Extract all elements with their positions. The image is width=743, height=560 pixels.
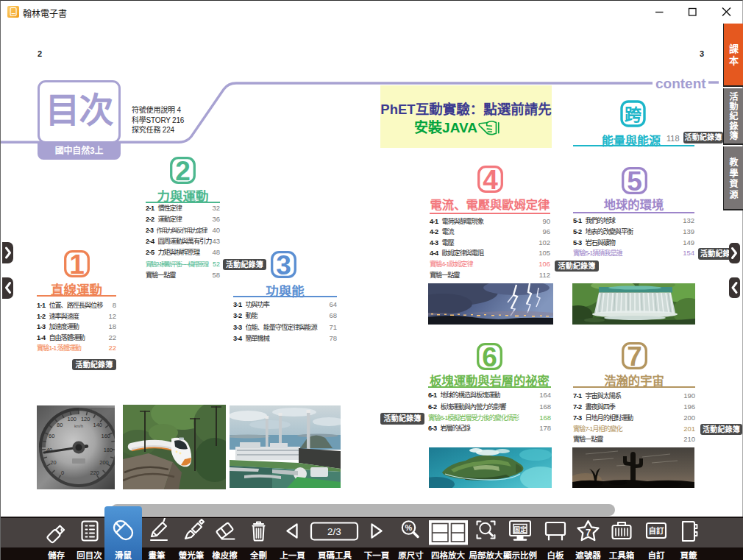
- svg-text:固定: 固定: [513, 525, 527, 534]
- svg-text:220: 220: [90, 469, 100, 476]
- svg-text:跨: 跨: [625, 105, 642, 124]
- svg-text:120: 120: [81, 416, 90, 422]
- svg-text:140: 140: [93, 422, 103, 428]
- svg-text:160: 160: [102, 433, 111, 439]
- svg-text:7: 7: [586, 527, 591, 538]
- svg-text:60: 60: [49, 433, 54, 439]
- svg-text:自訂: 自訂: [649, 526, 664, 535]
- svg-text:100: 100: [68, 416, 77, 422]
- svg-text:5: 5: [627, 167, 642, 194]
- svg-text:7: 7: [627, 342, 642, 369]
- svg-text:20: 20: [50, 459, 56, 466]
- svg-text:2: 2: [175, 157, 191, 184]
- svg-text:0: 0: [61, 469, 64, 476]
- svg-text:4: 4: [483, 166, 498, 193]
- svg-text:%: %: [405, 523, 413, 532]
- svg-text:180: 180: [104, 447, 113, 453]
- svg-text:2/3: 2/3: [327, 526, 341, 537]
- svg-text:200: 200: [99, 459, 109, 466]
- svg-text:km/h: km/h: [74, 424, 83, 428]
- svg-text:6: 6: [482, 343, 497, 370]
- svg-text:80: 80: [57, 422, 63, 428]
